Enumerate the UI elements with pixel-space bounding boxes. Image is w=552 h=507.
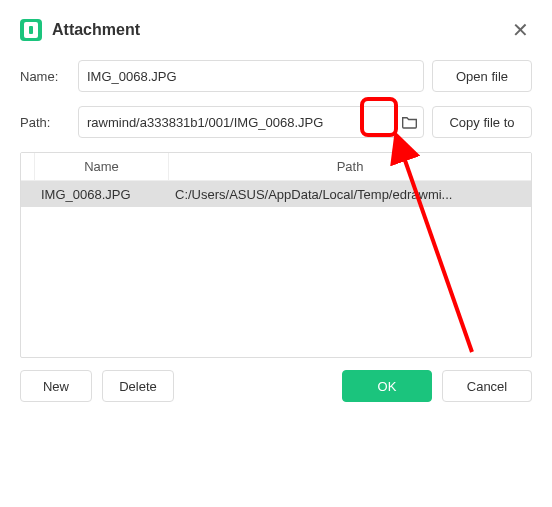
col-name-header[interactable]: Name <box>35 153 169 180</box>
path-input[interactable]: rawmind/a333831b1/001/IMG_0068.JPG <box>79 115 395 130</box>
cell-name: IMG_0068.JPG <box>35 187 169 202</box>
attachment-dialog: Attachment ✕ Name: IMG_0068.JPG Open fil… <box>0 0 552 418</box>
footer: OK Cancel <box>342 370 532 402</box>
file-table: Name Path IMG_0068.JPG C:/Users/ASUS/App… <box>20 152 532 358</box>
open-file-button[interactable]: Open file <box>432 60 532 92</box>
new-button[interactable]: New <box>20 370 92 402</box>
table-row[interactable]: IMG_0068.JPG C:/Users/ASUS/AppData/Local… <box>21 181 531 207</box>
name-row: Name: IMG_0068.JPG Open file <box>20 60 532 92</box>
table-header: Name Path <box>21 153 531 181</box>
name-input[interactable]: IMG_0068.JPG <box>78 60 424 92</box>
cell-path: C:/Users/ASUS/AppData/Local/Temp/edrawmi… <box>169 187 531 202</box>
titlebar: Attachment ✕ <box>20 18 532 42</box>
path-input-wrap: rawmind/a333831b1/001/IMG_0068.JPG <box>78 106 424 138</box>
name-value: IMG_0068.JPG <box>87 69 177 84</box>
browse-button[interactable] <box>395 107 423 137</box>
path-label: Path: <box>20 115 70 130</box>
close-icon[interactable]: ✕ <box>508 18 532 42</box>
path-row: Path: rawmind/a333831b1/001/IMG_0068.JPG… <box>20 106 532 138</box>
folder-icon <box>401 115 418 129</box>
col-path-header[interactable]: Path <box>169 153 531 180</box>
ok-button[interactable]: OK <box>342 370 432 402</box>
copy-file-to-button[interactable]: Copy file to <box>432 106 532 138</box>
cancel-button[interactable]: Cancel <box>442 370 532 402</box>
delete-button[interactable]: Delete <box>102 370 174 402</box>
table-corner <box>21 153 35 180</box>
name-label: Name: <box>20 69 70 84</box>
dialog-title: Attachment <box>52 21 508 39</box>
app-icon <box>20 19 42 41</box>
